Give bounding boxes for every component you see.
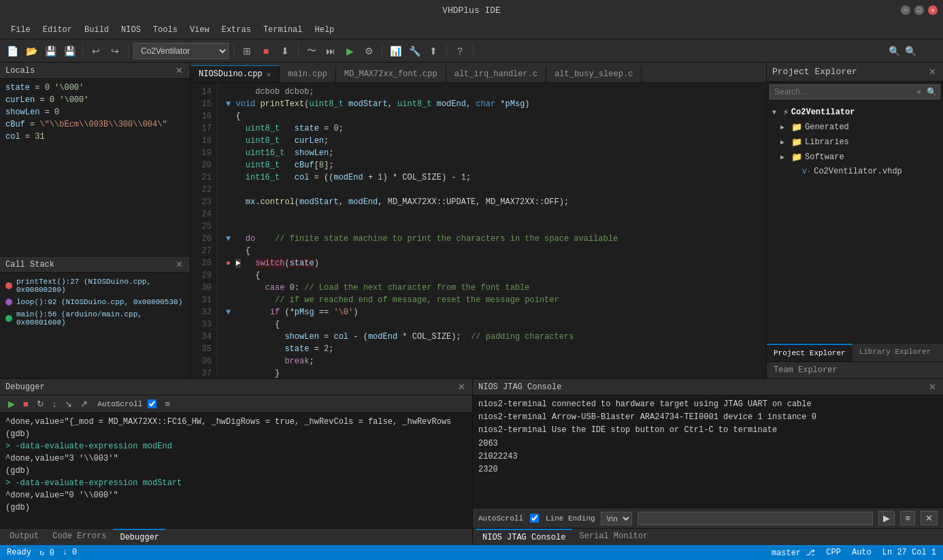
dbg-line-2: > -data-evaluate-expression modEnd [5, 440, 467, 452]
line-ending-select[interactable]: \r\n [601, 512, 632, 525]
code-editor[interactable]: 1415161718 1920212223 2425262728 2930313… [191, 83, 766, 378]
folder-icon-generated: 📁 [791, 122, 802, 133]
locals-header: Locals ✕ [0, 63, 190, 79]
search-icon[interactable]: 🔍 [924, 86, 940, 99]
chart-button[interactable]: 📊 [387, 43, 403, 59]
editor-area: NIOSDuino.cpp ✕ main.cpp MD_MAX72xx_font… [191, 63, 766, 378]
run-button[interactable]: ▶ [342, 43, 358, 59]
stop-button[interactable]: ■ [258, 43, 274, 59]
menu-editor[interactable]: Editor [37, 23, 78, 37]
jtag-line-4: 21022243 [478, 450, 938, 463]
callstack-close-button[interactable]: ✕ [174, 259, 184, 269]
undo-button[interactable]: ↩ [88, 43, 104, 59]
stack-item-2[interactable]: main():56 (arduino/main.cpp, 0x00801608) [3, 308, 187, 329]
menu-nios[interactable]: NIOS [116, 23, 146, 37]
download-button[interactable]: ⬇ [277, 43, 293, 59]
tree-item-root[interactable]: ▼ ⚡ Co2Ventilator [770, 105, 940, 120]
tab-main[interactable]: main.cpp [280, 66, 336, 82]
line-numbers: 1415161718 1920212223 2425262728 2930313… [191, 83, 218, 378]
stack-item-1[interactable]: loop():92 (NIOSDuino.cpp, 0x00800530) [3, 296, 187, 308]
debug-restart-button[interactable]: ↻ [34, 397, 47, 410]
tree-label-libraries: Libraries [805, 137, 849, 147]
tab-output[interactable]: Output [3, 529, 46, 545]
step-button[interactable]: ⏭ [322, 43, 339, 59]
menu-view[interactable]: View [184, 23, 215, 37]
save-all-button[interactable]: 💾 [61, 43, 78, 59]
autoscroll-checkbox-jtag[interactable] [530, 514, 539, 523]
jtag-line-3: 2063 [478, 438, 938, 450]
grid-view-button[interactable]: ⊞ [239, 43, 255, 59]
save-button[interactable]: 💾 [42, 43, 59, 59]
jtag-clear-button[interactable]: ≡ [900, 511, 915, 525]
explorer-header: Project Explorer ✕ [767, 63, 943, 82]
left-panel: Locals ✕ state = 0 '\000' curLen = 0 '\0… [0, 63, 191, 378]
debug-clear-button[interactable]: ≡ [162, 397, 173, 410]
menu-file[interactable]: File [5, 23, 36, 37]
tree-item-generated[interactable]: ▶ 📁 Generated [770, 120, 940, 135]
jtag-close-button[interactable]: ✕ [927, 382, 938, 392]
close-button[interactable]: ✕ [928, 5, 938, 15]
right-panel: Project Explorer ✕ ✕ 🔍 ▼ ⚡ Co2Ventilator… [766, 63, 943, 378]
locals-close-button[interactable]: ✕ [174, 65, 184, 76]
tab-serial-monitor[interactable]: Serial Monitor [572, 529, 655, 545]
jtag-input[interactable] [638, 512, 874, 525]
team-explorer-bar[interactable]: Team Explorer [767, 361, 943, 378]
local-var-showlen: showLen = 0 [3, 106, 187, 118]
locals-content: state = 0 '\000' curLen = 0 '\000' showL… [0, 79, 190, 256]
stack-item-0[interactable]: printText():27 (NIOSDuino.cpp, 0x0080028… [3, 276, 187, 296]
tab-project-explorer[interactable]: Project Explorer [767, 344, 853, 361]
menu-help[interactable]: Help [310, 23, 340, 37]
new-file-button[interactable]: 📄 [4, 43, 20, 59]
jtag-settings-button[interactable]: ✕ [921, 511, 938, 525]
maximize-button[interactable]: □ [914, 5, 924, 15]
tree-label-root: Co2Ventilator [791, 108, 855, 117]
toolbar-separator-2 [128, 44, 129, 58]
help-button[interactable]: ? [452, 43, 468, 59]
tab-nios-jtag-console[interactable]: NIOS JTAG Console [476, 529, 572, 545]
open-file-button[interactable]: 📂 [23, 43, 39, 59]
tab-code-errors[interactable]: Code Errors [46, 529, 113, 545]
explorer-close-button[interactable]: ✕ [927, 67, 938, 77]
menu-build[interactable]: Build [79, 23, 114, 37]
debug-play-button[interactable]: ▶ [5, 397, 18, 410]
zoom-in-button[interactable]: 🔍 [886, 43, 902, 59]
debug-button[interactable]: 🔧 [406, 43, 423, 59]
tree-item-software[interactable]: ▶ 📁 Software [770, 150, 940, 165]
minimize-button[interactable]: — [901, 5, 910, 15]
search-clear-icon[interactable]: ✕ [914, 86, 924, 99]
search-input[interactable] [770, 85, 914, 99]
tab-close-niosduino[interactable]: ✕ [267, 70, 271, 79]
status-download-icon: ↓ 0 [63, 548, 78, 557]
menu-tools[interactable]: Tools [148, 23, 183, 37]
callstack-title: Call Stack [5, 260, 54, 269]
debug-step-into-button[interactable]: ↘ [62, 397, 75, 410]
tab-sleep[interactable]: alt_busy_sleep.c [546, 66, 642, 82]
tab-irq[interactable]: alt_irq_handler.c [446, 66, 546, 82]
debug-step-out-button[interactable]: ↗ [78, 397, 90, 410]
redo-button[interactable]: ↪ [107, 43, 123, 59]
menu-terminal[interactable]: Terminal [258, 23, 308, 37]
settings-button[interactable]: ⚙ [361, 43, 377, 59]
tabs-bar: NIOSDuino.cpp ✕ main.cpp MD_MAX72xx_font… [191, 63, 766, 83]
debugger-close-button[interactable]: ✕ [457, 382, 467, 392]
tab-font[interactable]: MD_MAX72xx_font.cpp [336, 66, 446, 82]
callstack-panel: Call Stack ✕ printText():27 (NIOSDuino.c… [0, 256, 190, 378]
tab-debugger[interactable]: Debugger [113, 529, 166, 545]
tree-item-libraries[interactable]: ▶ 📁 Libraries [770, 135, 940, 150]
tree-item-vhdp[interactable]: V· Co2Ventilator.vhdp [770, 165, 940, 178]
jtag-send-button[interactable]: ▶ [878, 511, 895, 525]
code-content[interactable]: dcbob dcbob; ▼ void printText(uint8_t mo… [218, 83, 766, 378]
project-dropdown[interactable]: Co2Ventilator [133, 43, 229, 59]
debugger-toolbar: ▶ ■ ↻ ↓ ↘ ↗ AutoScroll ≡ [0, 395, 472, 413]
autoscroll-checkbox[interactable] [148, 399, 156, 408]
tab-niosduino[interactable]: NIOSDuino.cpp ✕ [191, 65, 280, 82]
wave-button[interactable]: 〜 [303, 43, 320, 59]
zoom-out-button[interactable]: 🔍 [902, 43, 919, 59]
debug-stop-button[interactable]: ■ [20, 397, 31, 410]
tree-label-software: Software [805, 152, 844, 162]
upload-button[interactable]: ⬆ [425, 43, 442, 59]
debug-step-over-button[interactable]: ↓ [50, 397, 60, 410]
tab-library-explorer[interactable]: Library Explorer [853, 344, 938, 361]
menu-extras[interactable]: Extras [216, 23, 257, 37]
status-encoding: Auto [852, 548, 872, 557]
